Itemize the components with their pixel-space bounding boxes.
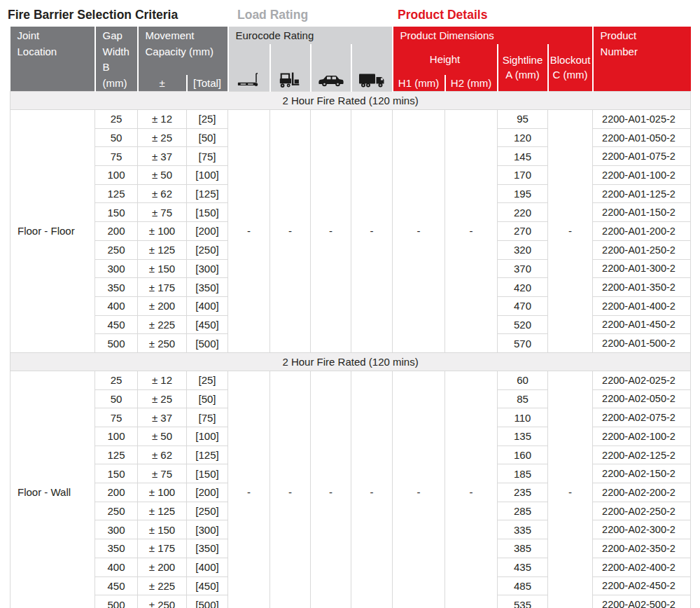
col-header-plusminus: ± <box>138 75 187 92</box>
movement-cell: ± 200 <box>138 558 187 576</box>
gap-width-cell: 300 <box>95 520 138 539</box>
movement-cell: ± 75 <box>138 464 187 483</box>
movement-cell: ± 25 <box>138 128 187 147</box>
gap-width-cell: 100 <box>95 427 138 446</box>
gap-width-cell: 250 <box>95 240 138 259</box>
total-cell: [450] <box>187 315 228 334</box>
sightline-cell: 135 <box>498 427 548 446</box>
sightline-cell: 95 <box>498 110 548 129</box>
gap-width-line: Gap <box>103 28 137 44</box>
h2-cell: - <box>445 371 498 608</box>
product-number-cell: 2200-A02-450-2 <box>593 576 691 595</box>
movement-cell: ± 12 <box>138 110 187 129</box>
table-row: Floor - Floor25± 12[25]------95-2200-A01… <box>10 110 691 129</box>
col-header-h1: H1 (mm) <box>393 75 445 92</box>
sightline-cell: 195 <box>498 184 548 203</box>
product-number-cell: 2200-A01-300-2 <box>593 259 691 278</box>
total-cell: [200] <box>187 483 228 502</box>
movement-cell: ± 62 <box>138 445 187 464</box>
gap-width-cell: 350 <box>95 278 138 297</box>
gap-width-cell: 400 <box>95 558 138 576</box>
product-number-cell: 2200-A01-125-2 <box>593 184 691 203</box>
total-cell: [500] <box>187 595 228 608</box>
movement-cell: ± 250 <box>138 334 187 353</box>
sightline-cell: 570 <box>498 334 548 353</box>
movement-capacity-line: Capacity (mm) <box>146 44 227 60</box>
gap-width-cell: 100 <box>95 166 138 185</box>
sightline-cell: 285 <box>498 502 548 520</box>
sightline-cell: 435 <box>498 558 548 576</box>
sightline-cell: 160 <box>498 445 548 464</box>
sightline-cell: 220 <box>498 203 548 222</box>
total-cell: [125] <box>187 184 228 203</box>
blockout-cell: - <box>548 110 593 353</box>
total-cell: [400] <box>187 558 228 576</box>
blockout-line: Blockout <box>549 53 592 67</box>
fire-rating-banner-row: 2 Hour Fire Rated (120 mins) <box>10 92 691 110</box>
movement-cell: ± 150 <box>138 259 187 278</box>
title-fire-barrier-selection-criteria: Fire Barrier Selection Criteria <box>8 8 178 22</box>
gap-width-line: Width <box>103 44 137 60</box>
eurocode-3-cell: - <box>311 110 351 353</box>
joint-location-line: Location <box>18 44 94 60</box>
total-cell: [300] <box>187 520 228 539</box>
gap-width-cell: 25 <box>95 110 138 129</box>
sightline-cell: 335 <box>498 520 548 539</box>
eurocode-col-forklift <box>270 44 311 92</box>
total-cell: [125] <box>187 445 228 464</box>
product-number-cell: 2200-A01-100-2 <box>593 166 691 185</box>
gap-width-cell: 400 <box>95 296 138 315</box>
gap-width-cell: 50 <box>95 389 138 408</box>
eurocode-4-cell: - <box>351 371 393 608</box>
sightline-cell: 270 <box>498 222 548 241</box>
sightline-cell: 470 <box>498 296 548 315</box>
sightline-cell: 170 <box>498 166 548 185</box>
product-number-cell: 2200-A02-500-2 <box>593 595 691 608</box>
product-number-line: Number <box>601 44 691 60</box>
gap-width-cell: 450 <box>95 315 138 334</box>
sightline-line: A (mm) <box>498 67 547 82</box>
movement-cell: ± 175 <box>138 278 187 297</box>
table-row: Floor - Wall25± 12[25]------60-2200-A02-… <box>10 371 691 389</box>
joint-location-cell: Floor - Wall <box>10 371 95 608</box>
product-number-cell: 2200-A01-025-2 <box>593 110 691 129</box>
movement-cell: ± 100 <box>138 483 187 502</box>
selection-table: Joint Location Gap Width B (mm) Movement… <box>10 27 691 608</box>
total-cell: [50] <box>187 128 228 147</box>
product-number-cell: 2200-A02-100-2 <box>593 427 691 446</box>
total-cell: [300] <box>187 259 228 278</box>
col-header-product-number: Product Number <box>593 27 691 92</box>
movement-cell: ± 150 <box>138 520 187 539</box>
col-header-blockout: Blockout C (mm) <box>548 44 593 92</box>
total-cell: [250] <box>187 502 228 520</box>
product-number-cell: 2200-A01-200-2 <box>593 222 691 241</box>
product-number-cell: 2200-A02-025-2 <box>593 371 691 389</box>
total-cell: [50] <box>187 389 228 408</box>
total-cell: [150] <box>187 464 228 483</box>
movement-cell: ± 175 <box>138 539 187 558</box>
total-cell: [500] <box>187 334 228 353</box>
gap-width-cell: 75 <box>95 408 138 427</box>
product-number-cell: 2200-A02-350-2 <box>593 539 691 558</box>
gap-width-cell: 300 <box>95 259 138 278</box>
col-header-gap-width: Gap Width B (mm) <box>95 27 138 92</box>
product-number-cell: 2200-A01-075-2 <box>593 147 691 166</box>
sightline-cell: 120 <box>498 128 548 147</box>
total-cell: [350] <box>187 278 228 297</box>
gap-width-cell: 200 <box>95 483 138 502</box>
product-number-cell: 2200-A02-400-2 <box>593 558 691 576</box>
movement-cell: ± 50 <box>138 166 187 185</box>
pallet-truck-icon <box>236 77 262 89</box>
col-header-eurocode-rating: Eurocode Rating <box>228 27 393 44</box>
col-header-product-dimensions: Product Dimensions <box>393 27 593 44</box>
sightline-cell: 520 <box>498 315 548 334</box>
total-cell: [400] <box>187 296 228 315</box>
gap-width-line: B (mm) <box>103 60 137 91</box>
gap-width-cell: 125 <box>95 184 138 203</box>
total-cell: [75] <box>187 147 228 166</box>
total-cell: [25] <box>187 371 228 389</box>
truck-icon <box>357 77 386 89</box>
movement-cell: ± 37 <box>138 147 187 166</box>
product-number-cell: 2200-A02-250-2 <box>593 502 691 520</box>
gap-width-cell: 50 <box>95 128 138 147</box>
